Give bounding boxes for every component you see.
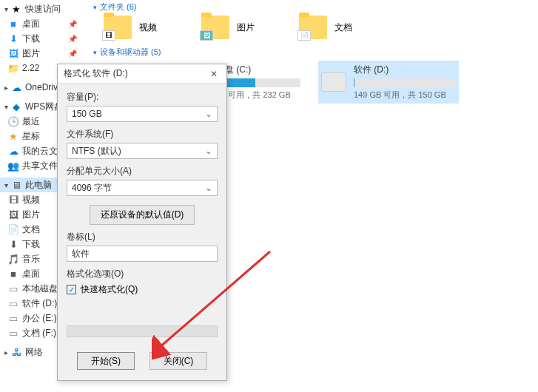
star-icon: ★: [7, 130, 19, 142]
share-icon: 👥: [7, 160, 19, 172]
drive-icon: ▭: [7, 283, 19, 294]
folder-icon: 🖼: [201, 16, 229, 39]
download-icon: ⬇: [7, 33, 19, 44]
sidebar-item-downloads[interactable]: ⬇下载📌: [0, 31, 81, 46]
wps-icon: ◆: [10, 101, 22, 112]
onedrive-icon: ☁: [10, 81, 22, 93]
options-label: 格式化选项(O): [67, 268, 218, 280]
drive-icon: ▭: [7, 327, 19, 339]
pc-icon: 🖥: [10, 179, 22, 191]
music-icon: 🎵: [7, 253, 19, 265]
pin-icon: 📌: [68, 35, 77, 43]
star-icon: ★: [10, 3, 22, 15]
desktop-icon: ■: [7, 18, 19, 30]
clock-icon: 🕒: [7, 115, 19, 127]
doc-icon: 📄: [7, 223, 19, 235]
drive-icon: [321, 72, 346, 92]
drive-icon: ▭: [7, 297, 19, 309]
cloud-icon: ☁: [7, 145, 19, 157]
drive-icon: ▭: [7, 312, 19, 324]
alloc-select[interactable]: 4096 字节: [67, 180, 218, 196]
close-button[interactable]: ✕: [207, 69, 221, 79]
pictures-icon: 🖼: [7, 47, 19, 59]
video-icon: 🎞: [7, 194, 19, 206]
folder-pictures[interactable]: 🖼图片: [201, 16, 255, 39]
volume-input[interactable]: 软件: [67, 246, 218, 262]
folder-video[interactable]: 🎞视频: [104, 16, 157, 39]
folder-icon: 📁: [7, 62, 19, 74]
dialog-titlebar: 格式化 软件 (D:) ✕: [58, 64, 226, 84]
filesystem-label: 文件系统(F): [67, 128, 218, 141]
drive-bar: [354, 78, 456, 87]
close-button[interactable]: 关闭(C): [149, 352, 207, 370]
pin-icon: 📌: [68, 20, 77, 28]
capacity-select[interactable]: 150 GB: [67, 106, 218, 122]
desktop-icon: ■: [7, 268, 19, 280]
progress-bar: [67, 325, 218, 337]
folder-icon: 🎞: [104, 16, 132, 39]
capacity-label: 容量(P):: [67, 91, 218, 104]
start-button[interactable]: 开始(S): [77, 352, 135, 370]
drive-d[interactable]: 软件 (D:) 149 GB 可用，共 150 GB: [318, 61, 459, 104]
checkbox-icon: ✓: [67, 285, 76, 294]
volume-label: 卷标(L): [67, 231, 218, 243]
section-folders[interactable]: 文件夹 (6): [93, 1, 531, 13]
network-icon: 🖧: [10, 346, 22, 358]
section-drives[interactable]: 设备和驱动器 (5): [93, 47, 531, 58]
format-dialog: 格式化 软件 (D:) ✕ 容量(P): 150 GB 文件系统(F) NTFS…: [57, 64, 227, 381]
download-icon: ⬇: [7, 238, 19, 250]
pin-icon: 📌: [68, 50, 77, 58]
pictures-icon: 🖼: [7, 209, 19, 220]
restore-defaults-button[interactable]: 还原设备的默认值(D): [90, 205, 195, 225]
folder-icon: 📄: [299, 16, 327, 39]
alloc-label: 分配单元大小(A): [67, 165, 218, 178]
filesystem-select[interactable]: NTFS (默认): [67, 143, 218, 159]
sidebar-item-pictures[interactable]: 🖼图片📌: [0, 46, 81, 61]
quick-format-checkbox[interactable]: ✓ 快速格式化(Q): [67, 283, 218, 296]
sidebar-item-desktop[interactable]: ■桌面📌: [0, 16, 81, 31]
sidebar-quick-access[interactable]: ▾★快速访问: [0, 1, 81, 16]
dialog-title: 格式化 软件 (D:): [64, 67, 128, 80]
folder-documents[interactable]: 📄文档: [299, 16, 352, 39]
